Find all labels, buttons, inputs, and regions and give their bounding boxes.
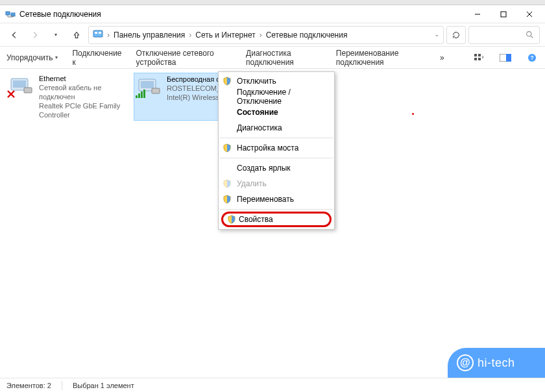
svg-rect-30 bbox=[143, 90, 145, 98]
back-button[interactable] bbox=[5, 26, 23, 44]
preview-pane-button[interactable] bbox=[500, 50, 512, 66]
shield-icon bbox=[227, 215, 236, 224]
signal-strength-icon bbox=[136, 89, 146, 98]
diagnose-command[interactable]: Диагностика подключения bbox=[246, 49, 322, 67]
ctx-bridge[interactable]: Настройка моста bbox=[219, 140, 334, 156]
statusbar-separator bbox=[62, 381, 62, 390]
svg-rect-21 bbox=[24, 88, 32, 93]
svg-rect-3 bbox=[501, 12, 506, 17]
shield-icon bbox=[223, 77, 232, 86]
status-elements-count: Элементов: 2 bbox=[6, 382, 51, 389]
breadcrumb-control-panel[interactable]: Панель управления bbox=[114, 31, 185, 40]
control-panel-icon bbox=[93, 29, 103, 41]
minimize-button[interactable] bbox=[465, 5, 490, 23]
svg-rect-28 bbox=[138, 93, 140, 98]
status-selected: Выбран 1 элемент bbox=[73, 382, 134, 389]
shield-icon bbox=[223, 179, 232, 188]
titlebar: Сетевые подключения bbox=[0, 5, 545, 23]
refresh-button[interactable] bbox=[446, 26, 466, 44]
context-menu-separator bbox=[220, 158, 333, 158]
command-bar: Упорядочить▾ Подключение к Отключение се… bbox=[0, 47, 545, 69]
breadcrumb-separator[interactable] bbox=[260, 31, 262, 40]
svg-rect-13 bbox=[474, 58, 477, 60]
view-options-button[interactable] bbox=[473, 50, 485, 66]
svg-point-9 bbox=[527, 32, 531, 36]
svg-rect-11 bbox=[474, 54, 477, 56]
connection-ethernet[interactable]: Ethernet Сетевой кабель не подключен Rea… bbox=[6, 73, 130, 121]
svg-text:?: ? bbox=[531, 55, 535, 61]
search-icon bbox=[526, 31, 534, 39]
svg-rect-8 bbox=[99, 32, 101, 34]
ctx-rename[interactable]: Переименовать bbox=[219, 191, 334, 207]
rename-command[interactable]: Переименование подключения bbox=[336, 49, 426, 67]
recent-locations-button[interactable]: ▾ bbox=[47, 26, 65, 44]
wifi-adapter-icon bbox=[136, 75, 162, 98]
ctx-delete: Удалить bbox=[219, 176, 334, 191]
breadcrumb-network-connections[interactable]: Сетевые подключения bbox=[266, 31, 348, 40]
search-box[interactable] bbox=[468, 26, 540, 44]
svg-rect-0 bbox=[6, 12, 10, 15]
context-menu: Отключить Подключение / Отключение Состо… bbox=[218, 71, 335, 230]
shield-icon bbox=[223, 195, 232, 204]
breadcrumb-separator[interactable] bbox=[189, 31, 191, 40]
context-menu-separator bbox=[220, 138, 333, 138]
connect-to-command[interactable]: Подключение к bbox=[72, 49, 121, 67]
window-title: Сетевые подключения bbox=[19, 10, 465, 19]
error-icon bbox=[6, 90, 16, 99]
forward-button[interactable] bbox=[26, 26, 44, 44]
context-menu-separator bbox=[220, 209, 333, 210]
ethernet-adapter-icon bbox=[8, 74, 34, 97]
connection-status: Сетевой кабель не подключен bbox=[39, 83, 128, 101]
annotation-dot bbox=[412, 113, 414, 115]
organize-menu[interactable]: Упорядочить▾ bbox=[6, 53, 58, 62]
browser-tab-fragment bbox=[0, 0, 545, 5]
connection-device: Realtek PCIe GbE Family Controller bbox=[39, 101, 128, 119]
svg-rect-29 bbox=[141, 92, 143, 98]
svg-rect-25 bbox=[141, 81, 154, 88]
svg-rect-12 bbox=[478, 54, 481, 56]
ctx-diagnose[interactable]: Диагностика bbox=[219, 120, 334, 136]
svg-rect-20 bbox=[13, 80, 26, 88]
svg-rect-26 bbox=[152, 88, 160, 93]
network-connections-icon bbox=[5, 9, 16, 19]
ctx-disable[interactable]: Отключить bbox=[219, 73, 334, 89]
watermark-text: hi-tech bbox=[478, 356, 515, 370]
ctx-status[interactable]: Состояние bbox=[219, 104, 334, 120]
disable-device-command[interactable]: Отключение сетевого устройства bbox=[136, 49, 232, 67]
shield-icon bbox=[223, 143, 232, 153]
ctx-properties[interactable]: Свойства bbox=[221, 212, 332, 227]
svg-rect-16 bbox=[506, 54, 511, 62]
connection-name: Ethernet bbox=[39, 74, 128, 83]
svg-rect-27 bbox=[136, 95, 138, 98]
breadcrumb-network-internet[interactable]: Сеть и Интернет bbox=[195, 31, 255, 40]
watermark-badge: @ hi-tech bbox=[448, 348, 545, 378]
close-button[interactable] bbox=[516, 5, 542, 23]
svg-rect-7 bbox=[95, 32, 97, 34]
svg-rect-14 bbox=[478, 58, 481, 60]
up-button[interactable] bbox=[67, 26, 86, 44]
address-history-dropdown[interactable]: ⌄ bbox=[435, 32, 439, 38]
content-area: Ethernet Сетевой кабель не подключен Rea… bbox=[0, 69, 545, 378]
watermark-at-icon: @ bbox=[457, 354, 474, 371]
address-bar[interactable]: Панель управления Сеть и Интернет Сетевы… bbox=[88, 26, 444, 44]
breadcrumb-separator[interactable] bbox=[107, 31, 110, 40]
overflow-commands[interactable]: » bbox=[440, 53, 444, 62]
ctx-connect-disconnect[interactable]: Подключение / Отключение bbox=[219, 89, 334, 104]
navigation-bar: ▾ Панель управления Сеть и Интернет Сете… bbox=[0, 23, 545, 47]
help-button[interactable]: ? bbox=[526, 50, 539, 66]
status-bar: Элементов: 2 Выбран 1 элемент bbox=[0, 378, 545, 392]
svg-line-10 bbox=[531, 36, 533, 38]
ctx-create-shortcut[interactable]: Создать ярлык bbox=[219, 160, 334, 176]
maximize-button[interactable] bbox=[490, 5, 516, 23]
